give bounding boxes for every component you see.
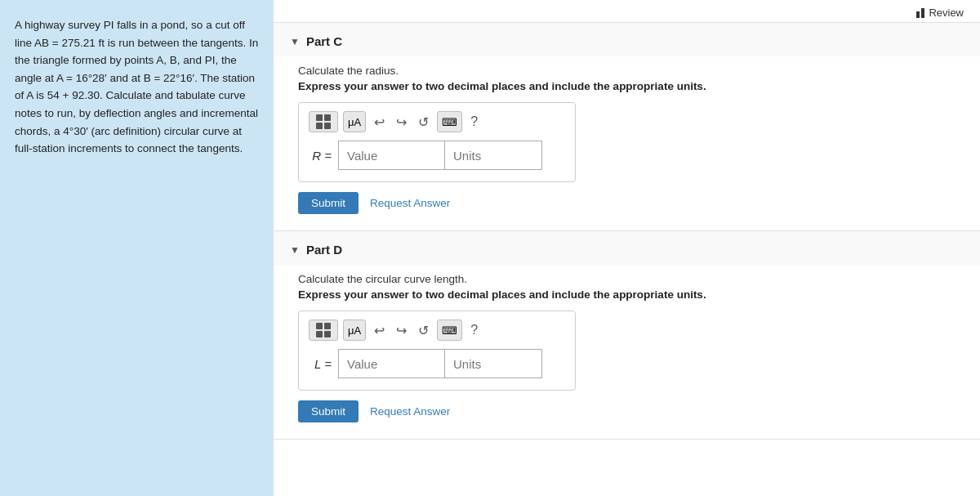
part-c-label: Part C — [306, 34, 342, 48]
part-c-section: ▼ Part C Calculate the radius. Express y… — [274, 23, 980, 231]
right-panel: Review ▼ Part C Calculate the radius. Ex… — [274, 0, 980, 496]
part-d-section: ▼ Part D Calculate the circular curve le… — [274, 231, 980, 440]
part-d-body: Calculate the circular curve length. Exp… — [274, 265, 980, 439]
refresh-icon-d: ↺ — [418, 323, 429, 338]
part-c-instruction1: Calculate the radius. — [298, 65, 956, 77]
part-c-units-input[interactable] — [444, 141, 542, 170]
part-d-action-row: Submit Request Answer — [298, 400, 956, 422]
redo-icon-d: ↪ — [396, 323, 407, 338]
part-c-matrix-btn[interactable] — [309, 111, 338, 132]
review-bars-icon — [916, 8, 924, 18]
review-label: Review — [929, 7, 964, 19]
part-d-answer-box: μΑ ↩ ↪ ↺ ⌨ ? — [298, 311, 576, 391]
part-d-instruction1: Calculate the circular curve length. — [298, 273, 956, 285]
part-c-submit-button[interactable]: Submit — [298, 192, 359, 214]
part-c-arrow-icon: ▼ — [290, 36, 300, 47]
help-icon-d: ? — [470, 323, 478, 337]
part-c-request-answer-button[interactable]: Request Answer — [370, 197, 450, 209]
part-d-refresh-btn[interactable]: ↺ — [415, 321, 432, 340]
part-c-mu-btn[interactable]: μΑ — [343, 111, 366, 132]
part-d-instruction2: Express your answer to two decimal place… — [298, 288, 956, 301]
part-d-redo-btn[interactable]: ↪ — [393, 321, 410, 340]
part-d-input-row: L = — [309, 349, 565, 378]
part-d-help-btn[interactable]: ? — [467, 321, 481, 339]
part-d-mu-label: μΑ — [348, 324, 361, 337]
part-d-submit-button[interactable]: Submit — [298, 400, 359, 422]
part-c-value-input[interactable] — [338, 141, 444, 170]
matrix-icon — [316, 114, 331, 129]
part-c-help-btn[interactable]: ? — [467, 113, 481, 131]
part-d-header[interactable]: ▼ Part D — [274, 231, 980, 265]
part-d-undo-btn[interactable]: ↩ — [371, 321, 388, 340]
keyboard-icon: ⌨ — [442, 116, 457, 128]
part-d-label: Part D — [306, 243, 342, 257]
problem-text: A highway survey PI falls in a pond, so … — [15, 16, 259, 158]
part-c-answer-box: μΑ ↩ ↪ ↺ ⌨ ? — [298, 102, 576, 182]
refresh-icon: ↺ — [418, 114, 429, 130]
part-d-keyboard-btn[interactable]: ⌨ — [437, 319, 462, 341]
left-panel: A highway survey PI falls in a pond, so … — [0, 0, 274, 496]
part-c-body: Calculate the radius. Express your answe… — [274, 56, 980, 230]
part-d-arrow-icon: ▼ — [290, 244, 300, 256]
undo-icon-d: ↩ — [374, 323, 385, 338]
part-c-header[interactable]: ▼ Part C — [274, 23, 980, 56]
redo-icon: ↪ — [396, 114, 407, 130]
undo-icon: ↩ — [374, 114, 385, 130]
part-d-mu-btn[interactable]: μΑ — [343, 319, 366, 341]
help-icon: ? — [470, 114, 478, 129]
keyboard-icon-d: ⌨ — [442, 324, 457, 337]
part-c-instruction2: Express your answer to two decimal place… — [298, 80, 956, 92]
top-bar: Review — [274, 0, 980, 23]
part-c-undo-btn[interactable]: ↩ — [371, 113, 388, 132]
part-d-request-answer-button[interactable]: Request Answer — [370, 405, 450, 418]
part-c-keyboard-btn[interactable]: ⌨ — [437, 111, 462, 132]
part-c-action-row: Submit Request Answer — [298, 192, 956, 214]
matrix-icon-d — [316, 323, 331, 337]
part-d-units-input[interactable] — [444, 349, 542, 378]
review-link[interactable]: Review — [916, 7, 964, 19]
part-c-mu-label: μΑ — [348, 116, 361, 128]
part-c-refresh-btn[interactable]: ↺ — [415, 113, 432, 132]
part-d-matrix-btn[interactable] — [309, 319, 338, 341]
part-c-toolbar: μΑ ↩ ↪ ↺ ⌨ ? — [309, 111, 565, 132]
part-c-redo-btn[interactable]: ↪ — [393, 113, 410, 132]
part-c-input-row: R = — [309, 141, 565, 170]
part-d-input-label: L = — [309, 357, 332, 371]
part-d-toolbar: μΑ ↩ ↪ ↺ ⌨ ? — [309, 319, 565, 341]
part-d-value-input[interactable] — [338, 349, 444, 378]
part-c-input-label: R = — [309, 149, 332, 163]
